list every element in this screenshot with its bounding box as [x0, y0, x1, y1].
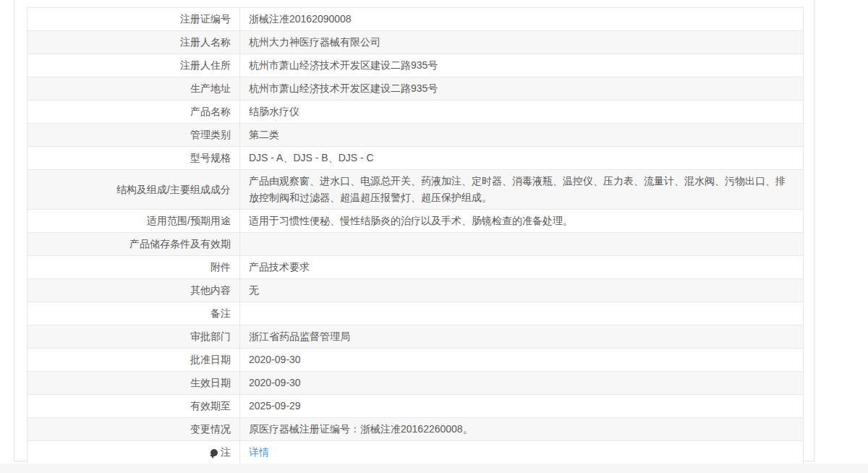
content-panel: 注册证编号浙械注准20162090008注册人名称杭州大力神医疗器械有限公司注册…: [14, 0, 814, 461]
table-row: 变更情况原医疗器械注册证编号：浙械注准20162260008。: [27, 418, 804, 441]
row-label: 适用范围/预期用途: [27, 210, 240, 233]
row-label: 注: [27, 441, 240, 464]
row-label-text: 注: [221, 446, 231, 458]
row-label: 型号规格: [27, 147, 240, 170]
table-row: 结构及组成/主要组成成分产品由观察窗、进水口、电源总开关、药液加注、定时器、消毒…: [27, 170, 804, 210]
row-label: 批准日期: [27, 349, 240, 372]
row-value: 无: [240, 279, 804, 302]
row-value: 浙江省药品监督管理局: [240, 325, 804, 349]
row-value: 杭州市萧山经济技术开发区建设二路935号: [240, 54, 804, 77]
row-value: 适用于习惯性便秘、慢性结肠炎的治疗以及手术、肠镜检查的准备处理。: [240, 210, 804, 233]
table-row: 注册人名称杭州大力神医疗器械有限公司: [27, 31, 804, 54]
table-row: 管理类别第二类: [27, 124, 804, 147]
row-label: 生产地址: [27, 77, 240, 101]
row-value: 2020-09-30: [240, 349, 804, 372]
row-value: 2025-09-29: [240, 395, 804, 418]
detail-link[interactable]: 详情: [249, 446, 269, 458]
registration-info-table: 注册证编号浙械注准20162090008注册人名称杭州大力神医疗器械有限公司注册…: [27, 7, 804, 464]
row-value: DJS - A、DJS - B、DJS - C: [240, 147, 804, 170]
table-row: 其他内容无: [27, 279, 804, 302]
table-row: 产品名称结肠水疗仪: [27, 101, 804, 124]
row-label: 注册证编号: [27, 8, 240, 31]
table-row: 型号规格DJS - A、DJS - B、DJS - C: [27, 147, 804, 170]
table-row: 注详情: [27, 441, 804, 464]
page: 注册证编号浙械注准20162090008注册人名称杭州大力神医疗器械有限公司注册…: [0, 0, 868, 473]
table-row: 附件产品技术要求: [27, 256, 804, 279]
row-value: [240, 302, 804, 325]
row-label: 管理类别: [27, 124, 240, 147]
row-label: 变更情况: [27, 418, 240, 441]
row-label: 生效日期: [27, 372, 240, 395]
table-row: 生产地址杭州市萧山经济技术开发区建设二路935号: [27, 77, 804, 101]
row-value: 杭州大力神医疗器械有限公司: [240, 31, 804, 54]
row-label: 结构及组成/主要组成成分: [27, 170, 240, 210]
row-value: [240, 233, 804, 256]
table-row: 批准日期2020-09-30: [27, 349, 804, 372]
row-label: 产品名称: [27, 101, 240, 124]
row-value: 杭州市萧山经济技术开发区建设二路935号: [240, 77, 804, 101]
row-value: 2020-09-30: [240, 372, 804, 395]
table-row: 适用范围/预期用途适用于习惯性便秘、慢性结肠炎的治疗以及手术、肠镜检查的准备处理…: [27, 210, 804, 233]
row-label: 有效期至: [27, 395, 240, 418]
table-row: 生效日期2020-09-30: [27, 372, 804, 395]
row-label: 注册人住所: [27, 54, 240, 77]
row-value: 结肠水疗仪: [240, 101, 804, 124]
table-body: 注册证编号浙械注准20162090008注册人名称杭州大力神医疗器械有限公司注册…: [27, 8, 804, 464]
row-label: 审批部门: [27, 325, 240, 349]
row-label: 附件: [27, 256, 240, 279]
row-label: 产品储存条件及有效期: [27, 233, 240, 256]
table-row: 注册人住所杭州市萧山经济技术开发区建设二路935号: [27, 54, 804, 77]
table-row: 有效期至2025-09-29: [27, 395, 804, 418]
row-label: 备注: [27, 302, 240, 325]
row-value: 第二类: [240, 124, 804, 147]
note-balloon-icon: [210, 449, 218, 456]
table-row: 注册证编号浙械注准20162090008: [27, 8, 804, 31]
page-bottom-strip: [0, 464, 868, 473]
table-row: 备注: [27, 302, 804, 325]
row-value: 原医疗器械注册证编号：浙械注准20162260008。: [240, 418, 804, 441]
row-label: 其他内容: [27, 279, 240, 302]
row-value: 浙械注准20162090008: [240, 8, 804, 31]
table-row: 审批部门浙江省药品监督管理局: [27, 325, 804, 349]
table-row: 产品储存条件及有效期: [27, 233, 804, 256]
row-label: 注册人名称: [27, 31, 240, 54]
row-value: 详情: [240, 441, 804, 464]
row-value: 产品技术要求: [240, 256, 804, 279]
row-value: 产品由观察窗、进水口、电源总开关、药液加注、定时器、消毒液瓶、温控仪、压力表、流…: [240, 170, 804, 210]
